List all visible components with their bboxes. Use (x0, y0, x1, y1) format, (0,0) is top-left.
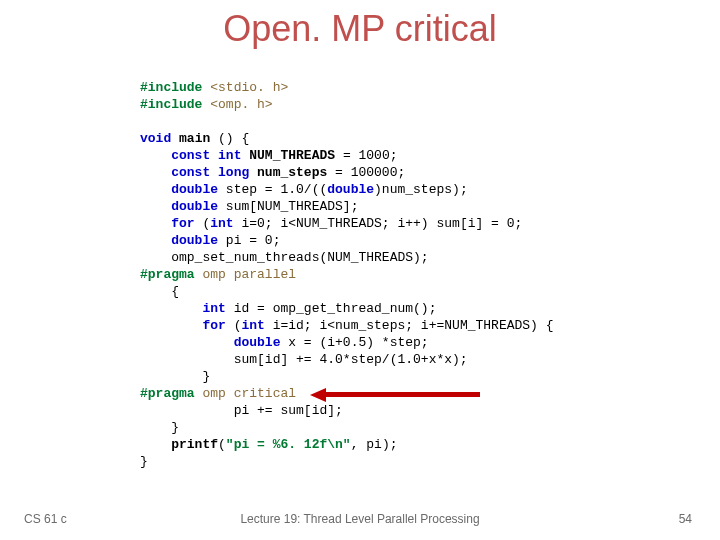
code-token: sum[NUM_THREADS]; (218, 199, 358, 214)
code-token: printf (171, 437, 218, 452)
code-token: const int (171, 148, 241, 163)
code-block: #include <stdio. h> #include <omp. h> vo… (140, 62, 620, 470)
highlight-arrow (310, 388, 480, 402)
code-token: { (171, 284, 179, 299)
code-token: x = (i+0.5) *step; (280, 335, 428, 350)
code-token: } (171, 420, 179, 435)
code-token: int (202, 301, 225, 316)
pragma-critical: #pragma (140, 386, 195, 401)
footer-lecture-title: Lecture 19: Thread Level Parallel Proces… (0, 512, 720, 526)
slide-footer: CS 61 c Lecture 19: Thread Level Paralle… (0, 512, 720, 526)
code-token: #pragma (140, 267, 195, 282)
code-token: for (171, 216, 194, 231)
code-token: pi = 0; (218, 233, 280, 248)
code-token: omp parallel (202, 267, 296, 282)
code-token: double (171, 233, 218, 248)
footer-page-number: 54 (679, 512, 692, 526)
code-token: double (234, 335, 281, 350)
arrow-shaft (324, 392, 480, 397)
code-token: <stdio. h> (210, 80, 288, 95)
pragma-critical-text: omp critical (202, 386, 296, 401)
code-token: double (171, 199, 218, 214)
code-token: () { (210, 131, 249, 146)
code-token: )num_steps); (374, 182, 468, 197)
code-token: sum[id] += 4.0*step/(1.0+x*x); (234, 352, 468, 367)
code-token: NUM_THREADS (249, 148, 335, 163)
code-token: int (210, 216, 233, 231)
code-token: pi += sum[id]; (234, 403, 343, 418)
code-token: int (241, 318, 264, 333)
code-token: , pi); (351, 437, 398, 452)
code-token: const long (171, 165, 249, 180)
code-token: omp_set_num_threads(NUM_THREADS); (171, 250, 428, 265)
code-token: <omp. h> (210, 97, 272, 112)
code-token: } (202, 369, 210, 384)
code-token: num_steps (257, 165, 327, 180)
code-token: ( (218, 437, 226, 452)
code-token: = 100000; (327, 165, 405, 180)
code-token: #include (140, 97, 202, 112)
code-token: } (140, 454, 148, 469)
code-token: #include (140, 80, 202, 95)
code-token: void (140, 131, 171, 146)
code-token: step = 1.0/(( (218, 182, 327, 197)
code-token: for (202, 318, 225, 333)
code-token: double (327, 182, 374, 197)
code-token: id = omp_get_thread_num(); (226, 301, 437, 316)
code-token: double (171, 182, 218, 197)
slide-title: Open. MP critical (0, 8, 720, 50)
code-token: main (179, 131, 210, 146)
code-token: = 1000; (335, 148, 397, 163)
footer-course: CS 61 c (24, 512, 67, 526)
code-token: i=id; i<num_steps; i+=NUM_THREADS) { (265, 318, 554, 333)
code-token: i=0; i<NUM_THREADS; i++) sum[i] = 0; (234, 216, 523, 231)
code-token: "pi = %6. 12f\n" (226, 437, 351, 452)
